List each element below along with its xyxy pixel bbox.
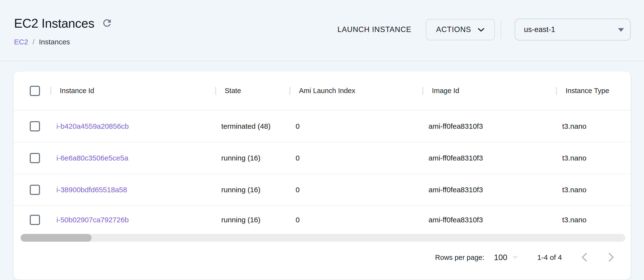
actions-button[interactable]: ACTIONS (426, 19, 495, 40)
column-header-ami-launch-index: Ami Launch Index (289, 87, 422, 95)
table-row: i-b420a4559a20856cb terminated (48) 0 am… (14, 111, 631, 142)
toolbar-divider (501, 20, 501, 39)
dropdown-caret-icon (512, 256, 518, 259)
ami-launch-index-cell: 0 (289, 154, 422, 162)
row-checkbox[interactable] (30, 153, 40, 163)
column-header-image-id: Image Id (422, 87, 556, 95)
instance-id-link[interactable]: i-6e6a80c3506e5ce5a (56, 154, 128, 162)
toolbar: LAUNCH INSTANCE ACTIONS us-east-1 (338, 19, 631, 41)
previous-page-button[interactable] (579, 253, 589, 262)
row-checkbox[interactable] (30, 185, 40, 195)
row-checkbox[interactable] (30, 215, 40, 225)
state-cell: terminated (48) (215, 122, 289, 130)
page-title: EC2 Instances (14, 16, 94, 31)
instance-type-cell: t3.nano (556, 154, 631, 162)
instance-type-cell: t3.nano (556, 186, 631, 194)
column-header-instance-type: Instance Type (556, 87, 631, 95)
page-header: EC2 Instances EC2 / Instances LAUNCH INS… (0, 0, 644, 61)
instances-table-card: Instance Id State Ami Launch Index Image… (14, 72, 631, 279)
ami-launch-index-cell: 0 (289, 122, 422, 130)
table-row: i-6e6a80c3506e5ce5a running (16) 0 ami-f… (14, 142, 631, 174)
pagination-bar: Rows per page: 100 1-4 of 4 (14, 242, 631, 273)
chevron-down-icon (478, 25, 485, 34)
region-select[interactable]: us-east-1 (515, 19, 631, 41)
instance-id-link[interactable]: i-50b02907ca792726b (56, 216, 129, 224)
launch-instance-button[interactable]: LAUNCH INSTANCE (338, 25, 412, 34)
horizontal-scrollbar[interactable] (20, 234, 625, 242)
rows-per-page-select[interactable]: 100 (494, 253, 518, 262)
region-select-value: us-east-1 (524, 25, 555, 34)
column-header-state: State (215, 87, 289, 95)
instance-id-link[interactable]: i-b420a4559a20856cb (56, 122, 129, 130)
column-header-instance-id: Instance Id (50, 87, 215, 95)
state-cell: running (16) (215, 216, 289, 224)
ami-launch-index-cell: 0 (289, 216, 422, 224)
table-row: i-50b02907ca792726b running (16) 0 ami-f… (14, 206, 631, 234)
instance-type-cell: t3.nano (556, 122, 631, 130)
chevron-right-icon (608, 252, 614, 263)
image-id-cell: ami-ff0fea8310f3 (422, 186, 556, 194)
table-row: i-38900bdfd65518a58 running (16) 0 ami-f… (14, 174, 631, 206)
table-header-row: Instance Id State Ami Launch Index Image… (14, 72, 631, 111)
refresh-button[interactable] (101, 18, 113, 29)
next-page-button[interactable] (606, 253, 616, 262)
actions-button-label: ACTIONS (436, 25, 471, 34)
breadcrumb-link-ec2[interactable]: EC2 (14, 38, 28, 46)
breadcrumb: EC2 / Instances (14, 38, 70, 46)
instance-type-cell: t3.nano (556, 216, 631, 224)
state-cell: running (16) (215, 186, 289, 194)
horizontal-scrollbar-thumb[interactable] (20, 234, 92, 242)
image-id-cell: ami-ff0fea8310f3 (422, 122, 556, 130)
rows-per-page-value: 100 (494, 253, 507, 262)
breadcrumb-separator: / (32, 38, 34, 46)
header-divider (0, 61, 644, 61)
instance-id-link[interactable]: i-38900bdfd65518a58 (56, 186, 127, 194)
row-checkbox[interactable] (30, 121, 40, 131)
select-all-checkbox[interactable] (30, 86, 40, 96)
refresh-icon (102, 18, 112, 29)
image-id-cell: ami-ff0fea8310f3 (422, 154, 556, 162)
chevron-left-icon (581, 252, 587, 263)
state-cell: running (16) (215, 154, 289, 162)
breadcrumb-current: Instances (39, 38, 70, 46)
dropdown-caret-icon (618, 28, 624, 32)
image-id-cell: ami-ff0fea8310f3 (422, 216, 556, 224)
ami-launch-index-cell: 0 (289, 186, 422, 194)
pagination-range-label: 1-4 of 4 (537, 253, 562, 261)
rows-per-page-label: Rows per page: (435, 253, 484, 261)
